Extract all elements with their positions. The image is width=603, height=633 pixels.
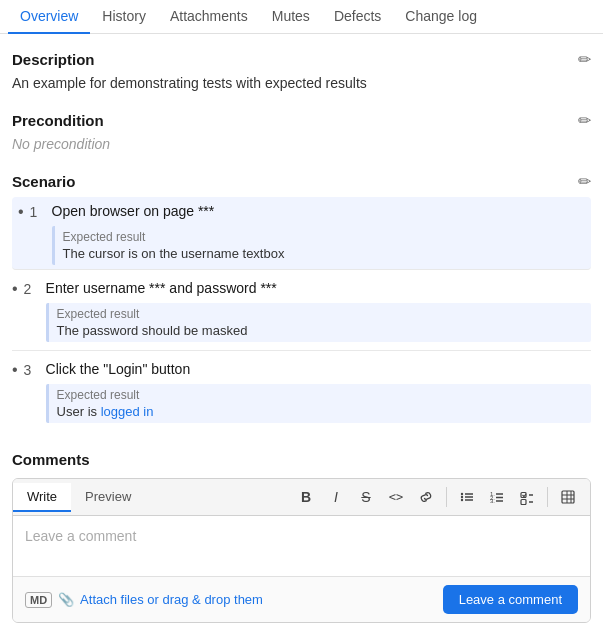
scenario-section: Scenario ✏ • 1 Open browser on page *** … (12, 172, 591, 431)
step-num-3: 3 (24, 359, 38, 381)
toolbar-task[interactable] (513, 483, 541, 511)
scenario-list: • 1 Open browser on page *** Expected re… (12, 197, 591, 431)
step-num-1: 1 (30, 201, 44, 223)
step-content-3: Click the "Login" button Expected result… (46, 359, 591, 423)
toolbar-ol[interactable]: 1.2.3. (483, 483, 511, 511)
toolbar-bold[interactable]: B (292, 483, 320, 511)
attach-icon: 📎 (58, 592, 74, 607)
toolbar-ul[interactable] (453, 483, 481, 511)
expected-block-2: Expected result The password should be m… (46, 303, 591, 342)
step-num-2: 2 (24, 278, 38, 300)
toolbar-link[interactable] (412, 483, 440, 511)
expected-value-link-3: logged in (101, 404, 154, 419)
comment-tabs: Write Preview (13, 483, 145, 512)
bullet-3: • (12, 359, 18, 381)
tab-history[interactable]: History (90, 0, 158, 34)
expected-label-1: Expected result (63, 230, 577, 244)
step-content-2: Enter username *** and password *** Expe… (46, 278, 591, 342)
scenario-step-1: • 1 Open browser on page *** Expected re… (12, 197, 591, 270)
scenario-step-2: • 2 Enter username *** and password *** … (12, 270, 591, 351)
tab-defects[interactable]: Defects (322, 0, 393, 34)
precondition-header: Precondition ✏ (12, 111, 591, 130)
tab-overview[interactable]: Overview (8, 0, 90, 34)
precondition-title: Precondition (12, 112, 104, 129)
comment-tab-write[interactable]: Write (13, 483, 71, 512)
precondition-body: No precondition (12, 136, 591, 152)
step-text-2: Enter username *** and password *** (46, 278, 591, 299)
tab-mutes[interactable]: Mutes (260, 0, 322, 34)
scenario-edit-icon[interactable]: ✏ (578, 172, 591, 191)
description-edit-icon[interactable]: ✏ (578, 50, 591, 69)
svg-point-0 (461, 493, 463, 495)
description-title: Description (12, 51, 95, 68)
svg-rect-14 (521, 500, 526, 505)
bullet-2: • (12, 278, 18, 300)
description-body: An example for demonstrating tests with … (12, 75, 591, 91)
footer-left: MD 📎 Attach files or drag & drop them (25, 592, 263, 608)
expected-value-text-3: User is (57, 404, 101, 419)
bullet-1: • (18, 201, 24, 223)
leave-comment-button[interactable]: Leave a comment (443, 585, 578, 614)
tab-changelog[interactable]: Change log (393, 0, 489, 34)
svg-point-4 (461, 499, 463, 501)
expected-value-2: The password should be masked (57, 323, 583, 338)
toolbar-italic[interactable]: I (322, 483, 350, 511)
comment-footer: MD 📎 Attach files or drag & drop them Le… (13, 576, 590, 622)
step-content-1: Open browser on page *** Expected result… (52, 201, 585, 265)
step-text-1: Open browser on page *** (52, 201, 585, 222)
toolbar-table[interactable] (554, 483, 582, 511)
expected-label-3: Expected result (57, 388, 583, 402)
markdown-badge: MD (25, 592, 52, 608)
tab-attachments[interactable]: Attachments (158, 0, 260, 34)
attach-link[interactable]: Attach files or drag & drop them (80, 592, 263, 607)
nav-tabs: Overview History Attachments Mutes Defec… (0, 0, 603, 34)
precondition-edit-icon[interactable]: ✏ (578, 111, 591, 130)
svg-rect-16 (562, 491, 574, 503)
precondition-section: Precondition ✏ No precondition (12, 111, 591, 152)
comment-input-area[interactable]: Leave a comment (13, 516, 590, 576)
toolbar-sep-1 (446, 487, 447, 507)
step-text-3: Click the "Login" button (46, 359, 591, 380)
expected-block-3: Expected result User is logged in (46, 384, 591, 423)
comments-section: Comments Write Preview B I S <> (12, 451, 591, 623)
comment-placeholder: Leave a comment (25, 528, 136, 544)
comment-editor: Write Preview B I S <> (12, 478, 591, 623)
expected-label-2: Expected result (57, 307, 583, 321)
toolbar-sep-2 (547, 487, 548, 507)
svg-point-2 (461, 496, 463, 498)
expected-block-1: Expected result The cursor is on the use… (52, 226, 585, 265)
description-section: Description ✏ An example for demonstrati… (12, 50, 591, 91)
svg-text:3.: 3. (490, 498, 495, 504)
toolbar-code[interactable]: <> (382, 483, 410, 511)
scenario-step-3: • 3 Click the "Login" button Expected re… (12, 351, 591, 431)
scenario-header: Scenario ✏ (12, 172, 591, 191)
expected-value-1: The cursor is on the username textbox (63, 246, 577, 261)
comment-toolbar: B I S <> 1.2.3. (284, 479, 590, 515)
description-header: Description ✏ (12, 50, 591, 69)
comment-tab-preview[interactable]: Preview (71, 483, 145, 512)
comments-title: Comments (12, 451, 591, 468)
toolbar-strike[interactable]: S (352, 483, 380, 511)
expected-value-3: User is logged in (57, 404, 583, 419)
scenario-title: Scenario (12, 173, 75, 190)
main-content: Description ✏ An example for demonstrati… (0, 34, 603, 633)
